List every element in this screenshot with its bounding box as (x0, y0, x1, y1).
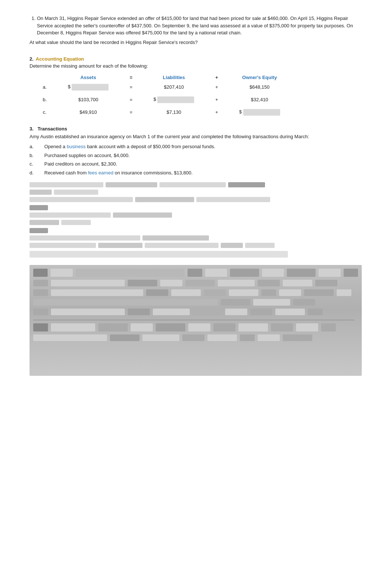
trans-text-a: Opened a business bank account with a de… (44, 143, 215, 150)
list-item-1: On March 31, Higgins Repair Service exte… (37, 15, 362, 37)
section2-title: 2.Accounting Equation (30, 56, 362, 62)
blurred-text (245, 243, 275, 248)
blurred-text (30, 182, 103, 187)
section3-intro: Amy Austin established an insurance agen… (30, 133, 362, 140)
row-c-plus: + (210, 106, 224, 119)
blurred-text (30, 235, 140, 241)
blurred-text (30, 243, 96, 248)
col-header-empty (37, 72, 52, 81)
row-b-equals: = (124, 93, 138, 106)
highlight-business: business (67, 144, 86, 149)
trans-label-a: a. (30, 143, 44, 150)
blurred-text (30, 190, 52, 195)
col-header-equity: Owner's Equity (224, 72, 295, 81)
row-a-equals: = (124, 81, 138, 93)
row-c-equals: = (124, 106, 138, 119)
row-label-b: b. (37, 93, 52, 106)
dollar-prefix: $ (239, 109, 242, 115)
section2-number: 2. (30, 56, 34, 62)
blurred-text (159, 182, 226, 187)
list-item: c. Paid creditors on account, $2,300. (30, 160, 362, 168)
trans-text-b: Purchased supplies on account, $4,000. (44, 152, 130, 159)
blurred-text (30, 197, 133, 202)
col-header-assets: Assets (52, 72, 124, 81)
row-a-assets-blurred (72, 84, 109, 91)
table-row: c. $49,910 = $7,130 + $ (37, 106, 295, 119)
trans-text-c: Paid creditors on account, $2,300. (44, 160, 117, 168)
trans-text-d: Received cash from fees earned on insura… (44, 169, 193, 177)
blurred-text (54, 190, 98, 195)
row-b-liabilities-blurred (157, 96, 194, 103)
row-b-liabilities: $ (138, 93, 210, 106)
list-item: d. Received cash from fees earned on ins… (30, 169, 362, 177)
row-a-plus: + (210, 81, 224, 93)
table-row: b. $103,700 = $ + $32,410 (37, 93, 295, 106)
table-row: a. $ = $207,410 + $648,150 (37, 81, 295, 93)
row-b-equity: $32,410 (224, 93, 295, 106)
row-c-equity-blurred (243, 109, 280, 116)
row-b-assets: $103,700 (52, 93, 124, 106)
trans-label-c: c. (30, 160, 44, 168)
section3: 3. Transactions Amy Austin established a… (30, 126, 362, 376)
blurred-text (113, 212, 172, 218)
blurred-text (30, 205, 48, 210)
row-c-assets: $49,910 (52, 106, 124, 119)
trans-label-d: d. (30, 169, 44, 177)
list-item: b. Purchased supplies on account, $4,000… (30, 152, 362, 159)
page: On March 31, Higgins Repair Service exte… (0, 0, 392, 575)
col-header-liabilities: Liabilities (138, 72, 210, 81)
blurred-section (30, 182, 362, 258)
transactions-list: a. Opened a business bank account with a… (30, 143, 362, 176)
dollar-prefix: $ (154, 96, 156, 102)
section2-label: Accounting Equation (36, 56, 84, 62)
blurred-text (135, 197, 194, 202)
row-label-a: a. (37, 81, 52, 93)
blurred-text (228, 182, 265, 187)
blurred-text (61, 220, 91, 225)
blurred-text (30, 212, 111, 218)
section3-label: Transactions (38, 126, 67, 132)
blurred-worksheet-area (30, 265, 362, 376)
blurred-text (106, 182, 157, 187)
trans-label-b: b. (30, 152, 44, 159)
section1: On March 31, Higgins Repair Service exte… (30, 15, 362, 45)
row-a-liabilities: $207,410 (138, 81, 210, 93)
row-a-equity: $648,150 (224, 81, 295, 93)
row-c-liabilities: $7,130 (138, 106, 210, 119)
row-label-c: c. (37, 106, 52, 119)
blurred-text (142, 235, 209, 241)
blurred-text (221, 243, 243, 248)
section3-title: 3. Transactions (30, 126, 362, 132)
blurred-text (30, 220, 59, 225)
col-header-equals: = (124, 72, 138, 81)
section3-number: 3. (30, 126, 34, 132)
accounting-equation-table: Assets = Liabilities + Owner's Equity a.… (37, 72, 295, 119)
col-header-plus: + (210, 72, 224, 81)
section2-subtitle: Determine the missing amount for each of… (30, 63, 362, 69)
blurred-text (30, 228, 48, 233)
row-c-equity: $ (224, 106, 295, 119)
row-a-assets: $ (52, 81, 124, 93)
blurred-text (98, 243, 142, 248)
blurred-text (196, 197, 270, 202)
section1-question: At what value should the land be recorde… (30, 40, 362, 45)
dollar-prefix: $ (68, 84, 71, 89)
blurred-text (145, 243, 219, 248)
section2: 2.Accounting Equation Determine the miss… (30, 56, 362, 119)
highlight-fees-earned: fees earned (88, 170, 114, 176)
row-b-plus: + (210, 93, 224, 106)
list-item: a. Opened a business bank account with a… (30, 143, 362, 150)
